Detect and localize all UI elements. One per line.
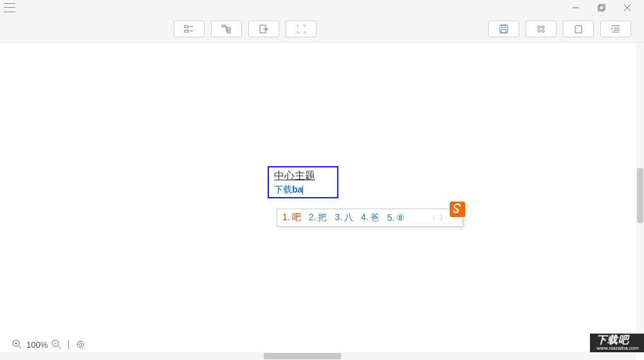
svg-point-17 bbox=[542, 26, 544, 28]
svg-line-27 bbox=[19, 346, 21, 348]
svg-point-16 bbox=[538, 26, 540, 28]
topic-edit-field[interactable]: 下载ba bbox=[274, 184, 332, 196]
svg-rect-5 bbox=[185, 26, 189, 28]
ime-candidate-4[interactable]: 4.爸 bbox=[361, 212, 380, 223]
ime-candidate-1[interactable]: 1.吧 bbox=[282, 212, 301, 223]
ime-candidate-5[interactable]: 5.⑧ bbox=[387, 213, 405, 223]
watermark: 下载吧 www.xiazaiba.com bbox=[590, 334, 644, 352]
svg-rect-2 bbox=[600, 5, 605, 10]
v-scroll-thumb[interactable] bbox=[637, 168, 643, 223]
close-button[interactable] bbox=[614, 0, 640, 15]
svg-rect-11 bbox=[227, 31, 230, 33]
zoom-out-button[interactable] bbox=[51, 339, 62, 350]
view-grid-button[interactable] bbox=[526, 21, 557, 37]
zoom-in-button[interactable] bbox=[12, 339, 23, 350]
toolbar bbox=[0, 15, 644, 43]
canvas[interactable]: 中心主题 下载ba 1.吧 2.把 3.八 4.爸 5.⑧ 〈 〉 ﹀ bbox=[0, 43, 644, 345]
sogou-logo-icon bbox=[450, 202, 465, 217]
svg-point-19 bbox=[542, 30, 544, 32]
svg-rect-9 bbox=[222, 25, 225, 27]
central-topic-node[interactable]: 中心主题 下载ba bbox=[268, 166, 338, 198]
svg-rect-6 bbox=[185, 30, 189, 32]
h-scroll-thumb[interactable] bbox=[264, 353, 341, 359]
zoom-fit-button[interactable] bbox=[75, 339, 86, 350]
svg-point-33 bbox=[77, 341, 84, 348]
minimize-button[interactable] bbox=[563, 0, 589, 15]
svg-line-31 bbox=[58, 346, 60, 348]
ime-prev-icon[interactable]: 〈 bbox=[428, 213, 436, 223]
watermark-url: www.xiazaiba.com bbox=[596, 346, 639, 351]
maximize-button[interactable] bbox=[589, 0, 614, 15]
svg-rect-14 bbox=[502, 25, 506, 28]
outline-button[interactable] bbox=[600, 21, 631, 37]
ime-candidate-3[interactable]: 3.八 bbox=[335, 212, 353, 223]
theme-button[interactable] bbox=[563, 21, 594, 37]
zoom-level: 100% bbox=[26, 340, 48, 350]
vertical-scrollbar[interactable] bbox=[636, 43, 644, 352]
svg-rect-1 bbox=[598, 6, 603, 11]
ime-candidate-panel: 1.吧 2.把 3.八 4.爸 5.⑧ 〈 〉 ﹀ bbox=[277, 209, 463, 227]
svg-point-24 bbox=[611, 28, 612, 30]
watermark-title: 下载吧 bbox=[596, 334, 629, 345]
fit-selection-button[interactable] bbox=[286, 21, 317, 37]
svg-point-34 bbox=[79, 343, 82, 346]
ime-candidate-2[interactable]: 2.把 bbox=[309, 212, 327, 223]
svg-point-18 bbox=[538, 30, 540, 32]
svg-rect-10 bbox=[227, 28, 230, 30]
export-button[interactable] bbox=[248, 21, 279, 37]
svg-rect-15 bbox=[501, 30, 506, 33]
horizontal-scrollbar[interactable] bbox=[0, 352, 636, 360]
topic-title: 中心主题 bbox=[274, 169, 332, 183]
insert-sibling-button[interactable] bbox=[174, 21, 205, 37]
title-bar bbox=[0, 0, 644, 15]
insert-child-button[interactable] bbox=[211, 21, 242, 37]
save-button[interactable] bbox=[488, 21, 519, 37]
menu-icon[interactable] bbox=[4, 3, 15, 12]
ime-next-icon[interactable]: 〉 bbox=[439, 213, 447, 223]
